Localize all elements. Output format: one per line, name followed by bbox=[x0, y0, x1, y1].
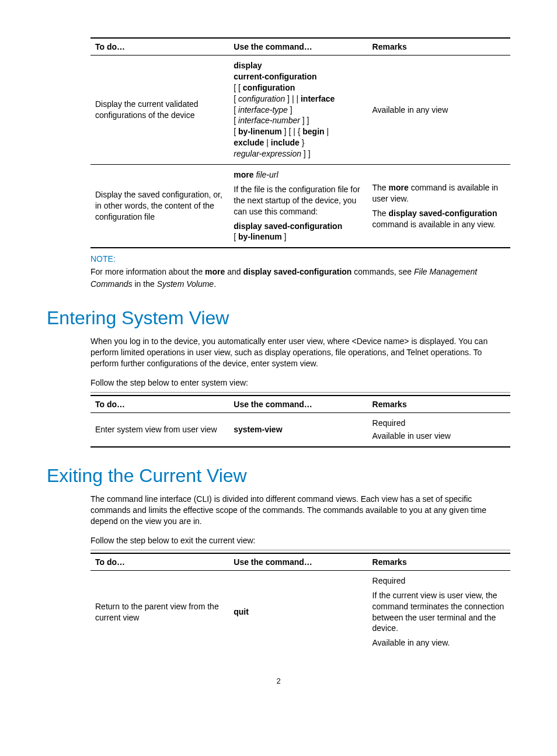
text: by-linenum bbox=[238, 232, 282, 241]
table1-row1: Display the current validated configurat… bbox=[90, 56, 510, 165]
text: display bbox=[234, 61, 262, 70]
section1-para: When you log in to the device, you autom… bbox=[90, 336, 510, 369]
text: Available in any view. bbox=[373, 637, 506, 649]
text: ] bbox=[282, 232, 287, 241]
text: commands, see bbox=[351, 267, 414, 276]
text: exclude bbox=[234, 138, 264, 147]
text: more bbox=[389, 183, 409, 192]
t1r1-remarks: Available in any view bbox=[368, 56, 510, 165]
text: by-linenum bbox=[238, 127, 282, 136]
text: in the bbox=[133, 279, 157, 289]
text: The bbox=[373, 209, 389, 218]
th-remarks: Remarks bbox=[368, 553, 510, 571]
text: system-view bbox=[234, 425, 282, 434]
text: | bbox=[325, 127, 329, 136]
text: interface-type bbox=[238, 105, 288, 115]
text: file-url bbox=[254, 170, 278, 179]
text: interface bbox=[301, 94, 335, 103]
text: Required bbox=[373, 575, 506, 587]
note-body: For more information about the more and … bbox=[90, 266, 510, 290]
text: more bbox=[234, 170, 253, 179]
heading-exiting-current-view: Exiting the Current View bbox=[47, 465, 510, 487]
text: If the file is the configuration file fo… bbox=[234, 184, 363, 217]
table3-header-row: To do… Use the command… Remarks bbox=[90, 553, 510, 571]
rule bbox=[90, 550, 510, 550]
text: display saved-configuration bbox=[389, 209, 497, 218]
note-label: NOTE: bbox=[90, 254, 510, 263]
t1r2-todo: Display the saved configuration, or, in … bbox=[90, 165, 229, 248]
text: System Volume bbox=[157, 279, 214, 289]
text: regular-expression bbox=[234, 149, 301, 158]
section2-para: The command line interface (CLI) is divi… bbox=[90, 494, 510, 527]
th-cmd: Use the command… bbox=[229, 396, 367, 413]
section1-lead: Follow the step below to enter system vi… bbox=[90, 377, 510, 389]
th-cmd: Use the command… bbox=[229, 553, 367, 571]
table1-header-row: To do… Use the command… Remarks bbox=[90, 38, 510, 56]
text: [ bbox=[234, 94, 238, 103]
text: include bbox=[271, 138, 300, 147]
text: configuration bbox=[243, 83, 295, 92]
table3-row1: Return to the parent view from the curre… bbox=[90, 570, 510, 653]
table1: To do… Use the command… Remarks Display … bbox=[90, 37, 510, 248]
text: ] ] bbox=[300, 116, 309, 125]
t2r1-todo: Enter system view from user view bbox=[90, 412, 229, 447]
table2-header-row: To do… Use the command… Remarks bbox=[90, 396, 510, 413]
text: Required bbox=[373, 418, 506, 429]
t3r1-todo: Return to the parent view from the curre… bbox=[90, 570, 229, 653]
t1r1-cmd: display current-configuration [ [ config… bbox=[229, 56, 367, 165]
table3: To do… Use the command… Remarks Return t… bbox=[90, 553, 510, 653]
section2-lead: Follow the step below to exit the curren… bbox=[90, 535, 510, 546]
t1r2-cmd: more file-url If the file is the configu… bbox=[229, 165, 367, 248]
t2r1-remarks: Required Available in user view bbox=[368, 412, 510, 447]
text: ] | | bbox=[285, 94, 301, 103]
table1-row2: Display the saved configuration, or, in … bbox=[90, 165, 510, 248]
text: ] bbox=[288, 105, 293, 115]
heading-entering-system-view: Entering System View bbox=[47, 307, 510, 329]
text: [ bbox=[234, 105, 238, 115]
t1r2-remarks: The more command is available in user vi… bbox=[368, 165, 510, 248]
th-todo: To do… bbox=[90, 38, 229, 56]
text: configuration bbox=[238, 94, 285, 103]
text: quit bbox=[234, 607, 249, 616]
t2r1-cmd: system-view bbox=[229, 412, 367, 447]
text: [ bbox=[234, 232, 238, 241]
th-todo: To do… bbox=[90, 396, 229, 413]
note-block: NOTE: For more information about the mor… bbox=[90, 254, 510, 290]
text: If the current view is user view, the co… bbox=[373, 590, 506, 634]
text: current-configuration bbox=[234, 72, 316, 81]
t3r1-remarks: Required If the current view is user vie… bbox=[368, 570, 510, 653]
text: For more information about the bbox=[90, 267, 205, 276]
text: } bbox=[300, 138, 305, 147]
text: display saved-configuration bbox=[243, 267, 351, 276]
t3r1-cmd: quit bbox=[229, 570, 367, 653]
text: [ bbox=[234, 127, 238, 136]
table2-row1: Enter system view from user view system-… bbox=[90, 412, 510, 447]
text: ] [ | { bbox=[282, 127, 303, 136]
text: and bbox=[225, 267, 243, 276]
text: . bbox=[214, 279, 216, 289]
th-todo: To do… bbox=[90, 553, 229, 571]
text: [ [ bbox=[234, 83, 243, 92]
rule bbox=[90, 392, 510, 393]
text: display saved-configuration bbox=[234, 221, 342, 231]
text: interface-number bbox=[238, 116, 300, 125]
text: [ bbox=[234, 116, 238, 125]
th-remarks: Remarks bbox=[368, 396, 510, 413]
text: command is available in any view. bbox=[373, 220, 496, 229]
text: | bbox=[264, 138, 270, 147]
t1r1-todo: Display the current validated configurat… bbox=[90, 56, 229, 165]
text: Available in user view bbox=[373, 431, 506, 442]
table2: To do… Use the command… Remarks Enter sy… bbox=[90, 395, 510, 448]
text: more bbox=[205, 267, 225, 276]
text: ] ] bbox=[301, 149, 311, 158]
th-cmd: Use the command… bbox=[229, 38, 367, 56]
th-remarks: Remarks bbox=[368, 38, 510, 56]
text: begin bbox=[302, 127, 324, 136]
text: The bbox=[373, 183, 389, 192]
table1-wrapper: To do… Use the command… Remarks Display … bbox=[90, 37, 510, 248]
page-number: 2 bbox=[47, 677, 510, 685]
